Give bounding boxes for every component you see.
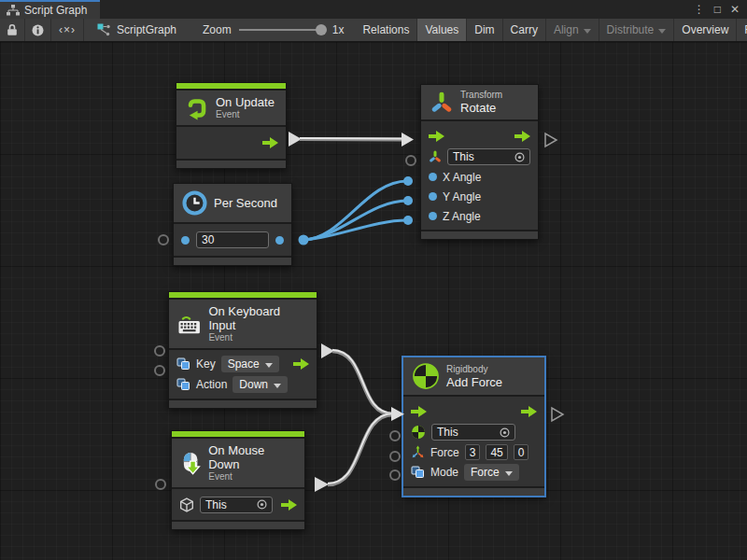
toolbar-button-values[interactable]: Values: [417, 19, 467, 41]
window-maximize-icon[interactable]: □: [714, 3, 721, 16]
row-label: Action: [196, 378, 227, 391]
window-menu-icon[interactable]: ⋮: [694, 3, 705, 16]
flow-input-port[interactable]: [429, 131, 444, 142]
lock-button[interactable]: [0, 19, 25, 41]
object-picker-icon[interactable]: [514, 152, 525, 162]
edit-code-button[interactable]: ‹×›: [51, 19, 84, 41]
node-title: On Keyboard Input: [208, 304, 308, 332]
value-port-row[interactable]: Z Angle: [421, 206, 538, 226]
info-icon: [32, 24, 44, 36]
node-per-second[interactable]: Per Second 30: [173, 183, 292, 266]
zoom-slider-handle[interactable]: [316, 24, 327, 35]
target-object-field[interactable]: This: [447, 148, 530, 165]
gameobject-cube-icon: [179, 497, 194, 512]
button-label: Carry: [511, 23, 538, 36]
force-x-field[interactable]: 3: [465, 444, 481, 460]
value-port-row[interactable]: Y Angle: [421, 187, 538, 206]
target-object-field[interactable]: This: [431, 424, 515, 441]
node-category: Rigidbody: [446, 364, 502, 375]
node-add-force[interactable]: Rigidbody Add Force This: [402, 357, 545, 497]
flow-continue-triangle: [545, 133, 557, 147]
flow-continue-triangle: [552, 408, 563, 421]
row-label: Mode: [430, 466, 458, 479]
flow-input-port[interactable]: [411, 406, 427, 417]
code-glyph: ‹×›: [59, 23, 76, 36]
node-on-update[interactable]: On Update Event: [176, 82, 287, 169]
event-accent-bar: [172, 431, 304, 437]
flow-output-port[interactable]: [293, 358, 309, 370]
toolbar-button-carry[interactable]: Carry: [503, 19, 546, 41]
port-label: Z Angle: [443, 210, 481, 223]
dropdown-arrow-icon: [274, 384, 281, 388]
wire-mouse-to-addforce: [315, 413, 393, 492]
row-label: Key: [196, 357, 216, 371]
zoom-slider[interactable]: [239, 29, 325, 31]
node-footer: [421, 231, 538, 239]
flow-output-port[interactable]: [281, 499, 297, 511]
target-value: This: [453, 150, 474, 163]
window-titlebar: Script Graph ⋮ □ ✕: [0, 0, 747, 19]
wire-keyboard-to-addforce: [321, 343, 393, 414]
node-subtitle: Event: [208, 332, 308, 343]
node-rotate[interactable]: Transform Rotate: [420, 84, 539, 240]
window-close-icon[interactable]: ✕: [730, 3, 740, 16]
value-output-port[interactable]: [275, 236, 284, 245]
node-title: Rotate: [460, 101, 502, 115]
per-second-value-field[interactable]: 30: [196, 231, 269, 248]
button-label: Align: [554, 23, 579, 36]
force-y-field[interactable]: 45: [486, 444, 507, 460]
enum-icon: [176, 357, 190, 371]
mode-dropdown[interactable]: Force: [464, 464, 519, 481]
toolbar-button-overview[interactable]: Overview: [674, 19, 737, 41]
flow-output-port[interactable]: [514, 131, 530, 142]
port-label: Y Angle: [443, 190, 481, 203]
toolbar-button-align[interactable]: Align: [546, 19, 599, 41]
force-z-field[interactable]: 0: [514, 444, 529, 460]
node-subtitle: Event: [208, 471, 296, 483]
connections-layer: [0, 42, 747, 560]
on-update-loop-icon: [185, 96, 209, 120]
value-input-port[interactable]: [429, 212, 437, 220]
node-footer: [169, 400, 317, 408]
object-picker-icon[interactable]: [500, 427, 510, 438]
inspect-button[interactable]: [25, 19, 51, 41]
chevron-down-icon: [584, 29, 591, 34]
node-footer: [172, 522, 304, 529]
toolbar-button-distribute[interactable]: Distribute: [599, 19, 675, 41]
dropdown-value: Space: [228, 357, 260, 371]
button-label: Relations: [362, 23, 409, 36]
graph-name: ScriptGraph: [117, 23, 176, 36]
port-label: X Angle: [443, 171, 481, 184]
script-graph-icon: [97, 23, 111, 36]
value-port-row[interactable]: X Angle: [421, 167, 538, 187]
toolbar-button-dim[interactable]: Dim: [467, 19, 502, 41]
action-dropdown[interactable]: Down: [233, 376, 288, 393]
flow-output-port[interactable]: [521, 406, 537, 417]
node-title: Add Force: [446, 375, 502, 389]
field-value: 0: [518, 446, 525, 459]
graph-name-group: ScriptGraph: [84, 19, 186, 41]
node-on-keyboard-input[interactable]: On Keyboard Input Event Key Space: [168, 291, 317, 409]
wire-end-dot: [403, 196, 413, 205]
key-dropdown[interactable]: Space: [221, 356, 279, 372]
value-input-port[interactable]: [181, 236, 190, 245]
value-input-port[interactable]: [429, 192, 437, 201]
toolbar-button-relations[interactable]: Relations: [355, 19, 417, 41]
value-input-port[interactable]: [429, 173, 437, 181]
clock-icon: [182, 190, 207, 216]
node-on-mouse-down[interactable]: On Mouse Down Event This: [171, 430, 305, 530]
button-label: Dim: [474, 23, 494, 36]
dropdown-arrow-icon: [505, 471, 513, 476]
node-subtitle: Event: [216, 109, 275, 120]
tab-label: Script Graph: [24, 4, 87, 17]
graph-toolbar: ‹×› ScriptGraph Zoom 1x Relations Values…: [0, 19, 747, 42]
vector3-icon: [411, 445, 425, 459]
target-object-field[interactable]: This: [200, 497, 273, 513]
toolbar-button-fullscreen[interactable]: Full Screen: [737, 19, 747, 41]
tab-script-graph[interactable]: Script Graph: [0, 0, 100, 19]
transform-icon-small: [429, 150, 442, 163]
graph-canvas[interactable]: On Update Event Transform: [0, 42, 747, 560]
object-picker-icon[interactable]: [257, 499, 267, 510]
flow-output-port[interactable]: [262, 137, 278, 148]
event-accent-bar: [176, 83, 286, 89]
